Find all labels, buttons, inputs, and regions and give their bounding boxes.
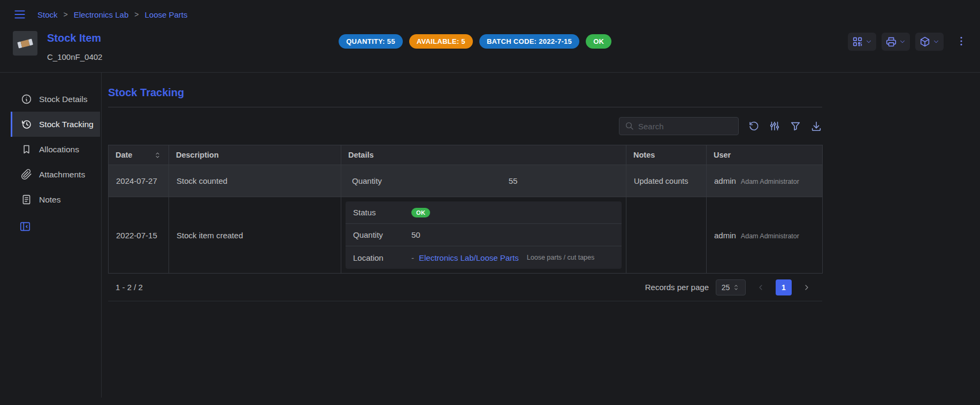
table-row: 2024-07-27 Stock counted Quantity 55 Upd… (109, 165, 823, 197)
date-cell: 2022-07-15 (109, 197, 169, 274)
dots-vertical-icon (955, 35, 967, 47)
record-range: 1 - 2 / 2 (116, 283, 143, 292)
status-ok-badge: OK (411, 208, 430, 217)
records-per-page-label: Records per page (645, 283, 709, 292)
detail-key: Location (353, 253, 407, 262)
refresh-icon[interactable] (748, 120, 760, 132)
column-header-notes: Notes (626, 145, 707, 165)
sidebar-item-stock-details[interactable]: Stock Details (11, 87, 100, 112)
sidebar-item-notes[interactable]: Notes (11, 187, 100, 212)
notes-icon (21, 194, 32, 205)
stock-actions-button[interactable] (915, 33, 944, 51)
sidebar-item-label: Attachments (39, 170, 85, 180)
user-fullname: Adam Administrator (741, 178, 799, 185)
detail-row-quantity: Quantity 50 (346, 224, 622, 246)
panel-title: Stock Tracking (108, 87, 822, 99)
stock-tracking-table: Date Description Details Notes User (108, 145, 823, 274)
menu-dots-button[interactable] (955, 35, 967, 49)
menu-icon[interactable] (13, 7, 27, 21)
table-toolbar (108, 117, 822, 135)
notes-cell: Updated counts (626, 165, 707, 197)
date-cell: 2024-07-27 (109, 165, 169, 197)
selector-icon (732, 284, 740, 291)
main-panel: Stock Tracking (102, 73, 980, 398)
topbar: Stock > Electronics Lab > Loose Parts (0, 0, 980, 27)
info-icon (21, 94, 32, 105)
table-settings-icon[interactable] (769, 120, 780, 132)
chevron-right-icon (802, 283, 811, 292)
records-per-page-value: 25 (722, 283, 730, 292)
barcode-actions-button[interactable] (848, 33, 876, 51)
next-page-button[interactable] (799, 279, 815, 295)
sidebar-item-label: Notes (39, 195, 61, 205)
history-icon (21, 119, 32, 130)
content-shell: Stock Details Stock Tracking Allocations… (0, 73, 980, 398)
component-image (16, 34, 34, 52)
sidebar-item-label: Stock Tracking (39, 120, 94, 129)
breadcrumb-link-loose-parts[interactable]: Loose Parts (144, 10, 187, 19)
qrcode-icon (852, 36, 863, 48)
detail-key: Status (353, 208, 407, 217)
breadcrumb-link-electronics-lab[interactable]: Electronics Lab (74, 10, 129, 19)
location-link[interactable]: Electronics Lab/Loose Parts (419, 253, 519, 262)
detail-key: Quantity (353, 230, 407, 239)
sidebar-item-label: Allocations (39, 145, 79, 154)
column-header-description: Description (169, 145, 341, 165)
table-header-row: Date Description Details Notes User (109, 145, 823, 165)
records-per-page-select[interactable]: 25 (716, 279, 746, 295)
status-ok-badge: OK (586, 34, 611, 49)
header-actions (848, 33, 967, 51)
user-cell: adminAdam Administrator (707, 165, 823, 197)
detail-value: 50 (411, 230, 420, 239)
page-title: Stock Item (47, 32, 102, 44)
filter-icon[interactable] (790, 120, 801, 132)
column-header-details: Details (341, 145, 626, 165)
column-header-date[interactable]: Date (109, 145, 169, 165)
divider (108, 107, 822, 107)
chevron-down-icon (932, 38, 940, 45)
page-1-button[interactable]: 1 (776, 279, 792, 295)
prev-page-button[interactable] (753, 279, 769, 295)
app-root: Stock > Electronics Lab > Loose Parts St… (0, 0, 980, 398)
chevron-down-icon (899, 38, 906, 45)
description-cell: Stock counted (169, 165, 341, 197)
table-footer: 1 - 2 / 2 Records per page 25 1 (108, 274, 822, 301)
detail-prefix: - (411, 253, 414, 262)
print-actions-button[interactable] (882, 33, 910, 51)
user-fullname: Adam Administrator (741, 232, 799, 240)
stock-item-thumbnail[interactable] (13, 31, 37, 56)
location-description: Loose parts / cut tapes (527, 254, 594, 261)
detail-value: 55 (411, 176, 615, 185)
status-badges: QUANTITY: 55 AVAILABLE: 5 BATCH CODE: 20… (102, 34, 848, 49)
available-badge: AVAILABLE: 5 (409, 34, 473, 49)
sidebar-collapse-button[interactable] (19, 221, 101, 232)
details-cell: Quantity 55 (341, 165, 626, 197)
username: admin (714, 231, 736, 240)
breadcrumb: Stock > Electronics Lab > Loose Parts (37, 10, 188, 19)
chevron-left-icon (756, 283, 765, 292)
breadcrumb-link-stock[interactable]: Stock (37, 10, 58, 19)
sort-icon (154, 151, 162, 159)
notes-cell (626, 197, 707, 274)
stock-actions-icon (919, 36, 931, 48)
search-box (619, 117, 739, 135)
sidebar-item-allocations[interactable]: Allocations (11, 137, 100, 162)
download-icon[interactable] (810, 120, 822, 132)
printer-icon (885, 36, 897, 48)
description-cell: Stock item created (169, 197, 341, 274)
detail-key: Quantity (352, 176, 411, 185)
sidebar-item-stock-tracking[interactable]: Stock Tracking (11, 112, 100, 137)
detail-row-location: Location - Electronics Lab/Loose Parts L… (346, 246, 622, 269)
search-input[interactable] (638, 122, 733, 131)
detail-row: Quantity 55 (352, 176, 615, 185)
sidebar: Stock Details Stock Tracking Allocations… (0, 73, 102, 398)
sidebar-item-attachments[interactable]: Attachments (11, 162, 100, 187)
username: admin (714, 176, 736, 185)
search-icon (625, 121, 634, 131)
paperclip-icon (21, 169, 32, 180)
page-subtitle: C_100nF_0402 (47, 52, 102, 61)
bookmark-icon (21, 144, 32, 155)
sidebar-item-label: Stock Details (39, 95, 87, 104)
detail-row-status: Status OK (346, 201, 622, 224)
page-header: Stock Item C_100nF_0402 QUANTITY: 55 AVA… (0, 27, 980, 73)
